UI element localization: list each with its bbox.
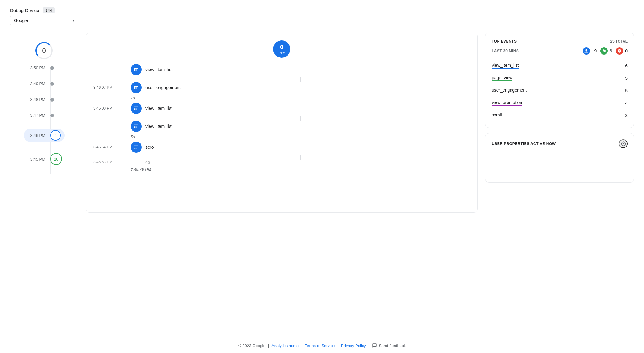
event-stat-name-1: page_view xyxy=(492,75,512,81)
history-button[interactable] xyxy=(619,139,628,148)
event-row-5[interactable]: 3:45:53 PM 4s xyxy=(93,160,470,165)
google-dropdown-wrapper[interactable]: Google ▼ xyxy=(10,16,78,25)
time-label-348: 3:48 PM xyxy=(24,97,45,102)
event-row-2[interactable]: 3:46:00 PM view_item_list xyxy=(93,103,470,114)
event-time-5: 3:45:53 PM xyxy=(93,160,112,164)
event-icon-0 xyxy=(131,64,142,75)
terms-link[interactable]: Terms of Service xyxy=(305,343,335,348)
separator-1: | xyxy=(268,343,269,348)
event-time-bottom: 4s xyxy=(131,160,150,165)
timeline-dot-346-active[interactable]: 2 xyxy=(50,130,61,141)
timeline-row-346[interactable]: 3:46 PM 2 xyxy=(24,129,65,142)
event-name-4: scroll xyxy=(145,145,156,150)
event-row-4[interactable]: 3:45:54 PM scroll xyxy=(93,142,470,153)
timeline-top-circle: 0 xyxy=(35,42,53,59)
event-stat-row-1[interactable]: page_view 5 xyxy=(492,72,628,84)
left-timeline-panel: 0 3:50 PM 3:49 PM 3:48 PM xyxy=(10,33,78,176)
timeline-rows: 3:50 PM 3:49 PM 3:48 PM xyxy=(24,66,65,176)
gap-label-1: 7s xyxy=(93,96,470,100)
bottom-time: 3:45:49 PM xyxy=(93,167,470,172)
connector-2 xyxy=(93,116,470,121)
feedback-label: Send feedback xyxy=(379,343,406,348)
event-name-1: user_engagement xyxy=(145,85,181,90)
event-icon-2 xyxy=(131,103,142,114)
stat-icon-blue xyxy=(583,47,590,55)
event-time-1: 3:46:07 PM xyxy=(93,85,112,90)
top-events-card: TOP EVENTS 25 TOTAL LAST 30 MINS 19 xyxy=(485,33,634,128)
event-stat-name-0: view_item_list xyxy=(492,63,519,69)
time-label-346: 3:46 PM xyxy=(24,133,45,138)
timeline-row-349: 3:49 PM xyxy=(24,81,65,86)
event-icon-3 xyxy=(131,121,142,132)
timeline-dot-349[interactable] xyxy=(50,82,54,86)
event-name-3: view_item_list xyxy=(145,124,172,129)
google-dropdown[interactable]: Google xyxy=(10,16,78,25)
separator-3: | xyxy=(337,343,338,348)
timeline-dot-348[interactable] xyxy=(50,98,54,102)
timeline-dot-347[interactable] xyxy=(50,114,54,117)
stat-badge-green: 6 xyxy=(600,47,612,55)
stat-badge-blue: 19 xyxy=(583,47,597,55)
event-stat-count-2: 5 xyxy=(625,88,628,93)
events-list: view_item_list 3:46:07 PM user_engagemen… xyxy=(93,64,470,174)
event-stat-count-4: 2 xyxy=(625,113,628,118)
right-panel: TOP EVENTS 25 TOTAL LAST 30 MINS 19 xyxy=(485,33,634,183)
timeline-row-347: 3:47 PM xyxy=(24,113,65,118)
event-stat-count-0: 6 xyxy=(625,63,628,68)
event-icon-1 xyxy=(131,82,142,93)
debug-device-label: Debug Device xyxy=(10,8,39,13)
event-panel: 0 new view_item_list xyxy=(86,33,478,213)
event-stat-row-4[interactable]: scroll 2 xyxy=(492,109,628,121)
last-30-label: LAST 30 MINS xyxy=(492,49,579,53)
event-stat-row-3[interactable]: view_promotion 4 xyxy=(492,97,628,109)
timeline-row-345[interactable]: 3:45 PM 16 xyxy=(24,153,65,165)
timeline-row-350: 3:50 PM xyxy=(24,66,65,70)
analytics-home-link[interactable]: Analytics home xyxy=(271,343,299,348)
event-stat-row-2[interactable]: user_engagement 5 xyxy=(492,84,628,97)
event-time-4: 3:45:54 PM xyxy=(93,145,112,149)
top-events-total: 25 TOTAL xyxy=(610,39,628,43)
time-label-347: 3:47 PM xyxy=(24,113,45,118)
user-props-title: USER PROPERTIES ACTIVE NOW xyxy=(492,142,556,146)
event-stat-count-1: 5 xyxy=(625,76,628,81)
event-top-circle: 0 new xyxy=(273,40,290,58)
event-stat-name-4: scroll xyxy=(492,112,502,118)
connector-0 xyxy=(93,77,470,82)
stat-badge-orange: 0 xyxy=(616,47,628,55)
event-stat-name-2: user_engagement xyxy=(492,88,527,93)
footer: © 2023 Google | Analytics home | Terms o… xyxy=(0,338,644,353)
timeline-dot-350[interactable] xyxy=(50,66,54,70)
time-label-345: 3:45 PM xyxy=(24,157,45,161)
timeline-row-348: 3:48 PM xyxy=(24,97,65,102)
user-properties-card: USER PROPERTIES ACTIVE NOW xyxy=(485,133,634,183)
event-row-1[interactable]: 3:46:07 PM user_engagement xyxy=(93,82,470,93)
top-events-title: TOP EVENTS xyxy=(492,39,517,43)
stat-icon-green xyxy=(600,47,608,55)
connector-4 xyxy=(93,155,470,160)
privacy-link[interactable]: Privacy Policy xyxy=(341,343,366,348)
stat-icon-orange xyxy=(616,47,623,55)
time-label-349: 3:49 PM xyxy=(24,81,45,86)
copyright: © 2023 Google xyxy=(238,343,266,348)
event-stat-count-3: 4 xyxy=(625,101,628,106)
event-icon-4 xyxy=(131,142,142,153)
count-badge: 144 xyxy=(43,7,55,13)
gap-label-3: 5s xyxy=(93,134,470,139)
separator-2: | xyxy=(301,343,302,348)
timeline-dot-345-active[interactable]: 16 xyxy=(50,153,62,165)
event-stat-row-0[interactable]: view_item_list 6 xyxy=(492,60,628,72)
event-row-3[interactable]: view_item_list xyxy=(93,121,470,132)
event-new-circle: 0 new xyxy=(273,40,290,58)
event-name-0: view_item_list xyxy=(145,67,172,72)
time-label-350: 3:50 PM xyxy=(24,66,45,70)
event-name-2: view_item_list xyxy=(145,106,172,111)
separator-4: | xyxy=(369,343,369,348)
event-stat-name-3: view_promotion xyxy=(492,100,522,106)
event-time-2: 3:46:00 PM xyxy=(93,106,112,111)
send-feedback-button[interactable]: Send feedback xyxy=(372,343,406,348)
event-row-0[interactable]: view_item_list xyxy=(93,64,470,75)
